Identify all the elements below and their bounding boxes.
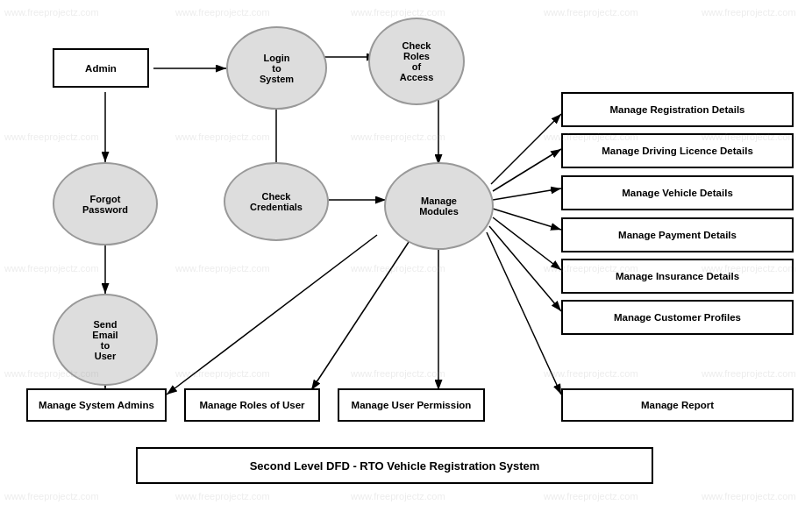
check-credentials-node: Check Credentials — [224, 162, 329, 241]
admin-node: Admin — [53, 48, 149, 88]
manage-insurance-node: Manage Insurance Details — [561, 259, 794, 294]
svg-line-12 — [491, 114, 561, 184]
svg-line-17 — [489, 226, 561, 311]
manage-customer-node: Manage Customer Profiles — [561, 300, 794, 335]
diagram-container: Admin Login to System Check Roles of Acc… — [0, 0, 812, 519]
manage-roles-node: Manage Roles of User — [184, 388, 320, 422]
manage-driving-licence-node: Manage Driving Licence Details — [561, 133, 794, 168]
title-box: Second Level DFD - RTO Vehicle Registrat… — [136, 447, 653, 484]
svg-line-15 — [493, 209, 561, 230]
manage-report-node: Manage Report — [561, 388, 794, 422]
svg-line-18 — [487, 232, 561, 395]
manage-system-admins-node: Manage System Admins — [26, 388, 167, 422]
svg-line-13 — [493, 149, 561, 191]
svg-line-14 — [493, 188, 561, 200]
svg-line-9 — [167, 235, 377, 395]
send-email-node: Send Email to User — [53, 294, 158, 386]
manage-payment-node: Manage Payment Details — [561, 217, 794, 252]
forgot-password-node: Forgot Password — [53, 162, 158, 245]
manage-registration-node: Manage Registration Details — [561, 92, 794, 127]
manage-user-permission-node: Manage User Permission — [338, 388, 485, 422]
manage-modules-node: Manage Modules — [384, 162, 494, 250]
svg-line-16 — [493, 217, 561, 270]
check-roles-node: Check Roles of Access — [368, 18, 465, 105]
login-node: Login to System — [226, 26, 327, 110]
manage-vehicle-node: Manage Vehicle Details — [561, 175, 794, 210]
svg-line-10 — [311, 237, 412, 390]
